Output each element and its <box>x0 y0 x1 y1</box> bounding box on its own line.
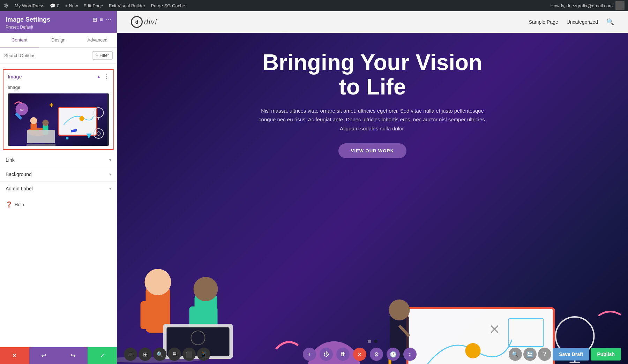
search-input[interactable] <box>4 53 89 58</box>
toolbar-add-button[interactable]: + <box>303 348 316 361</box>
publish-button[interactable]: Publish <box>591 348 621 361</box>
sidebar-tabs: Content Design Advanced <box>0 33 117 48</box>
new-link[interactable]: + New <box>65 3 78 8</box>
save-check-button[interactable]: ✓ <box>88 347 117 364</box>
svg-point-28 <box>194 277 218 301</box>
dot-indicator <box>368 340 377 343</box>
tab-design[interactable]: Design <box>39 33 78 47</box>
undo-button[interactable]: ↩ <box>29 347 59 364</box>
hero-section: Bringing Your Visionto Life Nisl massa, … <box>117 33 628 364</box>
sidebar-footer: ✕ ↩ ↪ ✓ <box>0 347 117 364</box>
toolbar-zoom-button[interactable]: 🔍 <box>509 348 522 361</box>
svg-point-24 <box>145 269 171 295</box>
tab-advanced[interactable]: Advanced <box>78 33 117 47</box>
layout-icon[interactable]: ≡ <box>100 16 103 23</box>
image-collapse-icon[interactable]: ▲ <box>97 74 101 79</box>
toolbar-tablet-button[interactable]: ⬛ <box>182 348 196 361</box>
save-draft-button[interactable]: Save Draft <box>553 348 589 361</box>
hero-subtitle: Nisl massa, ultrices vitae ornare sit am… <box>254 106 491 133</box>
preset-label[interactable]: Preset: Default <box>6 25 111 30</box>
wp-admin-bar: ⚛ My WordPress 💬 0 + New Edit Page Exit … <box>0 0 628 11</box>
wp-logo-icon[interactable]: ⚛ <box>3 2 9 9</box>
sidebar-title-text: Image Settings <box>6 16 50 23</box>
comments-link[interactable]: 💬 0 <box>50 3 59 8</box>
hero-title: Bringing Your Visionto Life <box>254 50 491 99</box>
svg-rect-6 <box>27 130 55 143</box>
toolbar-desktop-button[interactable]: 🖥 <box>168 348 181 361</box>
image-section-label: Image <box>8 74 22 79</box>
svg-rect-8 <box>59 107 97 135</box>
toolbar-power-button[interactable]: ⏻ <box>320 348 333 361</box>
toolbar-settings-button[interactable]: ⚙ <box>370 348 383 361</box>
site-nav: Sample Page Uncategorized 🔍 <box>529 18 614 26</box>
svg-rect-25 <box>141 301 151 329</box>
hero-cta-button[interactable]: VIEW OUR WORK <box>338 143 407 158</box>
preview-area: d divi Sample Page Uncategorized 🔍 Bring… <box>117 11 628 364</box>
toolbar-close-button[interactable]: ✕ <box>353 348 366 361</box>
link-section[interactable]: Link ▾ <box>0 153 117 167</box>
image-sub-label: Image <box>3 83 113 92</box>
svg-point-17 <box>66 137 69 139</box>
divi-logo: d divi <box>131 16 157 28</box>
background-section[interactable]: Background ▾ <box>0 167 117 181</box>
svg-point-10 <box>80 116 84 121</box>
divi-logo-text: divi <box>144 18 157 26</box>
toolbar-mobile-button[interactable]: 📱 <box>197 348 210 361</box>
image-more-icon[interactable]: ⋮ <box>104 73 109 80</box>
sidebar-title-row: Image Settings ⊞ ≡ ⋯ <box>6 16 111 23</box>
image-preview-inner: ∞ <box>8 93 109 146</box>
exit-builder-link[interactable]: Exit Visual Builder <box>109 3 145 8</box>
sidebar: Image Settings ⊞ ≡ ⋯ Preset: Default Con… <box>0 11 117 364</box>
toolbar-help-button[interactable]: ? <box>538 348 551 361</box>
howdy-text: Howdy, deezgrafix@gmail.com <box>551 3 613 8</box>
dot-2-active <box>374 340 377 343</box>
toolbar-right: 🔍 🔄 ? Save Draft Publish <box>509 348 621 361</box>
sidebar-content: Image ▲ ⋮ Image <box>0 63 117 347</box>
more-icon[interactable]: ⋯ <box>106 16 111 23</box>
svg-text:∞: ∞ <box>20 107 24 112</box>
divi-d-icon: d <box>131 16 143 28</box>
help-icon: ❓ <box>6 201 13 208</box>
toolbar-left: ≡ ⊞ 🔍 🖥 ⬛ 📱 <box>124 348 210 361</box>
help-section[interactable]: ❓ Help <box>0 196 117 213</box>
filter-button[interactable]: + Filter <box>92 51 113 60</box>
toolbar-center: + ⏻ 🗑 ✕ ⚙ 🕐 ↕ <box>303 348 417 361</box>
toolbar-search-button[interactable]: 🔍 <box>153 348 166 361</box>
image-section-block: Image ▲ ⋮ Image <box>3 69 114 150</box>
background-label: Background <box>6 172 32 177</box>
image-section-header[interactable]: Image ▲ ⋮ <box>3 70 113 83</box>
site-name-link[interactable]: My WordPress <box>15 3 44 8</box>
admin-label-chevron-icon: ▾ <box>109 186 111 191</box>
toolbar-delete-button[interactable]: 🗑 <box>336 348 350 361</box>
nav-sample-page[interactable]: Sample Page <box>529 19 558 25</box>
comment-count: 0 <box>57 3 59 8</box>
toolbar-history-button[interactable]: 🕐 <box>387 348 400 361</box>
nav-search-icon[interactable]: 🔍 <box>606 18 614 26</box>
main-layout: Image Settings ⊞ ≡ ⋯ Preset: Default Con… <box>0 11 628 364</box>
admin-label-text: Admin Label <box>6 186 33 191</box>
tab-content[interactable]: Content <box>0 33 39 47</box>
close-button[interactable]: ✕ <box>0 347 29 364</box>
svg-point-43 <box>389 299 410 320</box>
purge-cache-link[interactable]: Purge SG Cache <box>151 3 185 8</box>
toolbar-grid-button[interactable]: ⊞ <box>139 348 152 361</box>
toolbar-menu-button[interactable]: ≡ <box>124 348 137 361</box>
site-header: d divi Sample Page Uncategorized 🔍 <box>117 11 628 33</box>
sidebar-header: Image Settings ⊞ ≡ ⋯ Preset: Default <box>0 11 117 33</box>
nav-uncategorized[interactable]: Uncategorized <box>567 19 598 25</box>
admin-label-section[interactable]: Admin Label ▾ <box>0 181 117 196</box>
bottom-toolbar: ≡ ⊞ 🔍 🖥 ⬛ 📱 + ⏻ 🗑 ✕ ⚙ 🕐 ↕ 🔍 <box>117 344 628 364</box>
admin-bar-right: Howdy, deezgrafix@gmail.com <box>551 1 625 10</box>
toolbar-sync-button[interactable]: 🔄 <box>523 348 537 361</box>
edit-page-link[interactable]: Edit Page <box>83 3 103 8</box>
help-text: Help <box>15 202 24 207</box>
redo-button[interactable]: ↪ <box>59 347 88 364</box>
image-preview[interactable]: ∞ <box>8 93 109 146</box>
background-chevron-icon: ▾ <box>109 172 111 177</box>
svg-point-3 <box>30 117 37 124</box>
copy-icon[interactable]: ⊞ <box>92 16 97 23</box>
user-avatar[interactable] <box>615 1 625 10</box>
toolbar-reorder-button[interactable]: ↕ <box>403 348 417 361</box>
link-label: Link <box>6 157 15 163</box>
sidebar-title-icons: ⊞ ≡ ⋯ <box>92 16 111 23</box>
